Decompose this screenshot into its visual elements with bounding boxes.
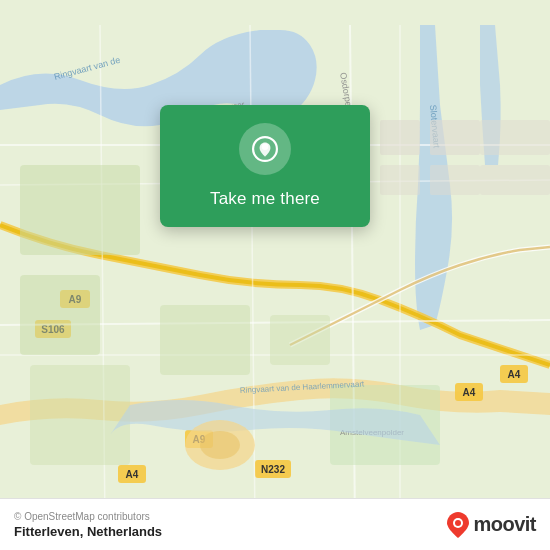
- map-container: A9 S106 N232 A4 A4 A4 A9 Ringvaa: [0, 0, 550, 550]
- svg-text:A4: A4: [508, 369, 521, 380]
- svg-point-42: [200, 431, 240, 459]
- svg-text:N232: N232: [261, 464, 285, 475]
- moovit-pin-icon: [447, 512, 469, 538]
- location-name: Fitterleven, Netherlands: [14, 524, 162, 539]
- moovit-brand-text: moovit: [473, 513, 536, 536]
- svg-text:A4: A4: [463, 387, 476, 398]
- location-icon-wrapper: [239, 123, 291, 175]
- svg-rect-26: [20, 165, 140, 255]
- svg-rect-30: [270, 315, 330, 365]
- svg-text:A4: A4: [126, 469, 139, 480]
- location-pin-icon: [252, 136, 278, 162]
- svg-point-46: [455, 520, 461, 526]
- svg-rect-34: [430, 165, 480, 195]
- svg-rect-36: [480, 165, 550, 195]
- take-me-there-button[interactable]: Take me there: [210, 187, 320, 211]
- location-card[interactable]: Take me there: [160, 105, 370, 227]
- map-attribution: © OpenStreetMap contributors: [14, 511, 162, 522]
- svg-rect-28: [30, 365, 130, 465]
- svg-rect-33: [380, 165, 420, 195]
- moovit-logo: moovit: [447, 512, 536, 538]
- svg-rect-29: [160, 305, 250, 375]
- svg-rect-32: [430, 120, 480, 155]
- svg-rect-35: [480, 120, 550, 155]
- svg-rect-27: [20, 275, 100, 355]
- svg-rect-31: [380, 120, 420, 155]
- map-svg: A9 S106 N232 A4 A4 A4 A9 Ringvaa: [0, 0, 550, 550]
- svg-text:Ringvaart van de: Ringvaart van de: [53, 55, 121, 82]
- bottom-bar: © OpenStreetMap contributors Fitterleven…: [0, 498, 550, 550]
